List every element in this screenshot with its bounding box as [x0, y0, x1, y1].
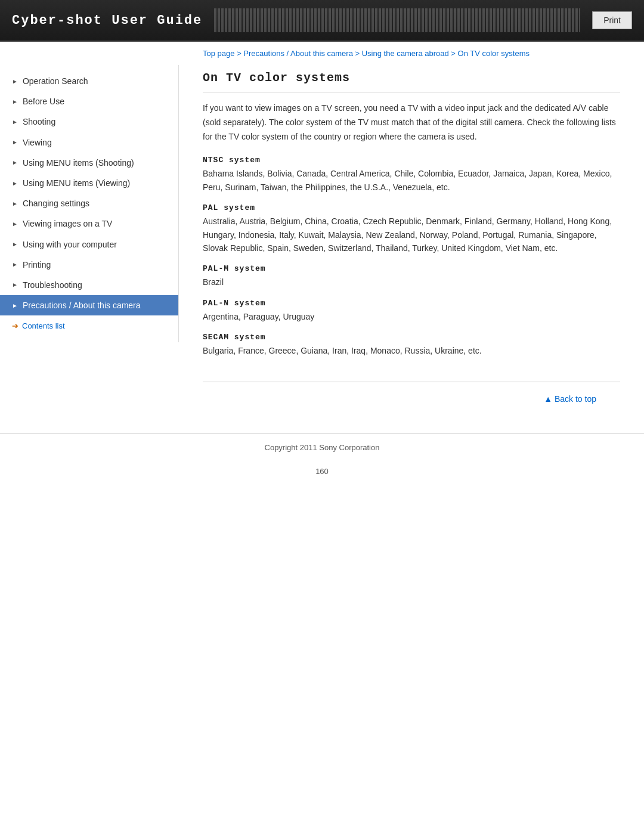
breadcrumb-separator-1: > — [237, 49, 243, 58]
header-pattern-bars — [214, 8, 580, 32]
page-title: On TV color systems — [203, 71, 620, 92]
sidebar-item-label: Troubleshooting — [23, 280, 166, 290]
contents-list-link[interactable]: ➔ Contents list — [0, 315, 178, 336]
breadcrumb: Top page > Precautions / About this came… — [0, 42, 644, 65]
palm-text: Brazil — [203, 275, 620, 289]
sidebar-item-label: Operation Search — [23, 76, 166, 86]
secam-title: SECAM system — [203, 333, 620, 342]
sidebar-item-label: Shooting — [23, 116, 166, 127]
sidebar-item-label: Printing — [23, 259, 166, 270]
sidebar-item-before-use[interactable]: ► Before Use — [0, 91, 178, 112]
sidebar-item-operation-search[interactable]: ► Operation Search — [0, 71, 178, 91]
paln-section: PAL-N system Argentina, Paraguay, Urugua… — [203, 299, 620, 323]
page-number: 160 — [0, 461, 644, 482]
sidebar-item-label: Viewing — [23, 137, 166, 148]
palm-section: PAL-M system Brazil — [203, 264, 620, 289]
intro-text: If you want to view images on a TV scree… — [203, 101, 620, 144]
sidebar-item-label: Before Use — [23, 96, 166, 107]
palm-title: PAL-M system — [203, 264, 620, 273]
copyright: Copyright 2011 Sony Corporation — [0, 433, 644, 461]
sidebar-item-menu-shooting[interactable]: ► Using MENU items (Shooting) — [0, 153, 178, 173]
arrow-right-icon: ➔ — [12, 321, 18, 330]
header-title: Cyber-shot User Guide — [12, 13, 202, 28]
arrow-icon: ► — [12, 220, 18, 228]
secam-section: SECAM system Bulgaria, France, Greece, G… — [203, 333, 620, 357]
ntsc-section: NTSC system Bahama Islands, Bolivia, Can… — [203, 156, 620, 194]
pal-title: PAL system — [203, 203, 620, 212]
arrow-icon: ► — [12, 138, 18, 146]
breadcrumb-top-page[interactable]: Top page — [203, 49, 235, 58]
main-content: On TV color systems If you want to view … — [179, 65, 644, 433]
paln-title: PAL-N system — [203, 299, 620, 308]
sidebar: ► Operation Search ► Before Use ► Shooti… — [0, 65, 179, 342]
layout: ► Operation Search ► Before Use ► Shooti… — [0, 65, 644, 433]
arrow-icon: ► — [12, 281, 18, 289]
sidebar-item-label: Precautions / About this camera — [23, 300, 166, 311]
back-to-top[interactable]: ▲ Back to top — [203, 388, 620, 410]
ntsc-text: Bahama Islands, Bolivia, Canada, Central… — [203, 167, 620, 194]
sidebar-item-precautions[interactable]: ► Precautions / About this camera — [0, 295, 178, 315]
arrow-icon: ► — [12, 240, 18, 248]
arrow-icon: ► — [12, 200, 18, 208]
pal-text: Australia, Austria, Belgium, China, Croa… — [203, 215, 620, 255]
breadcrumb-camera-abroad[interactable]: Using the camera abroad — [362, 49, 449, 58]
sidebar-item-computer[interactable]: ► Using with your computer — [0, 234, 178, 255]
back-to-top-link[interactable]: ▲ Back to top — [544, 394, 596, 404]
contents-list-label: Contents list — [22, 321, 65, 330]
sidebar-item-printing[interactable]: ► Printing — [0, 255, 178, 275]
print-button[interactable]: Print — [592, 11, 632, 29]
sidebar-item-label: Using with your computer — [23, 239, 166, 250]
header-decoration — [214, 0, 580, 41]
breadcrumb-separator-3: > — [451, 49, 457, 58]
arrow-icon: ► — [12, 118, 18, 126]
sidebar-item-shooting[interactable]: ► Shooting — [0, 112, 178, 132]
arrow-icon: ► — [12, 159, 18, 166]
sidebar-item-viewing-images-tv[interactable]: ► Viewing images on a TV — [0, 213, 178, 234]
ntsc-title: NTSC system — [203, 156, 620, 165]
sidebar-item-viewing[interactable]: ► Viewing — [0, 132, 178, 153]
sidebar-item-label: Using MENU items (Shooting) — [23, 157, 166, 168]
arrow-icon: ► — [12, 78, 18, 85]
arrow-icon: ► — [12, 179, 18, 187]
header: Cyber-shot User Guide Print — [0, 0, 644, 42]
arrow-icon: ► — [12, 302, 18, 309]
arrow-icon: ► — [12, 98, 18, 106]
sidebar-item-troubleshooting[interactable]: ► Troubleshooting — [0, 275, 178, 295]
pal-section: PAL system Australia, Austria, Belgium, … — [203, 203, 620, 255]
breadcrumb-tv-color[interactable]: On TV color systems — [458, 49, 530, 58]
sidebar-item-label: Changing settings — [23, 198, 166, 209]
arrow-icon: ► — [12, 261, 18, 268]
breadcrumb-separator-2: > — [355, 49, 362, 58]
footer-section: ▲ Back to top — [203, 382, 620, 410]
sidebar-item-label: Using MENU items (Viewing) — [23, 178, 166, 188]
breadcrumb-precautions[interactable]: Precautions / About this camera — [243, 49, 353, 58]
sidebar-item-changing-settings[interactable]: ► Changing settings — [0, 193, 178, 213]
sidebar-item-menu-viewing[interactable]: ► Using MENU items (Viewing) — [0, 173, 178, 193]
secam-text: Bulgaria, France, Greece, Guiana, Iran, … — [203, 344, 620, 357]
paln-text: Argentina, Paraguay, Uruguay — [203, 310, 620, 323]
sidebar-item-label: Viewing images on a TV — [23, 218, 166, 229]
